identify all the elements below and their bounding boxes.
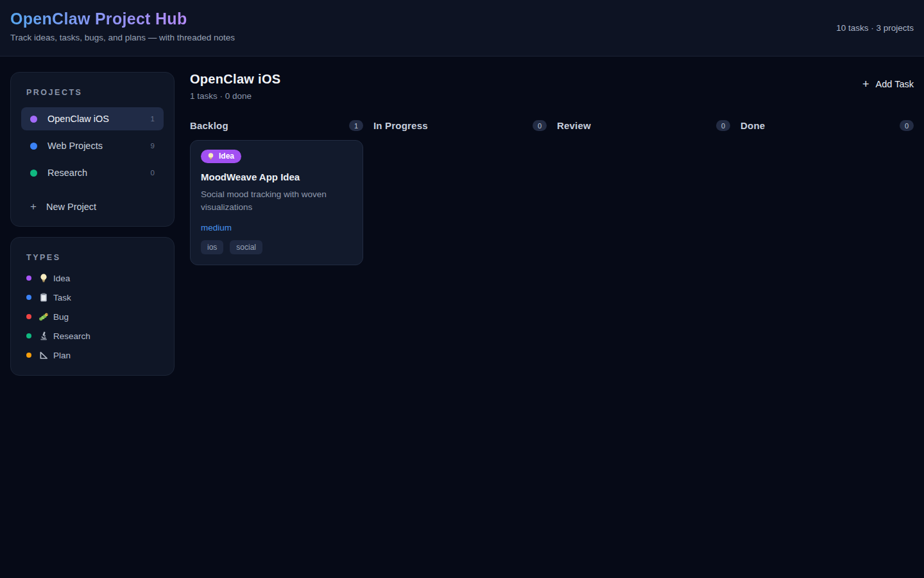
project-count: 1	[151, 115, 155, 123]
board-title: OpenClaw iOS	[190, 72, 280, 87]
sidebar-type-item: Idea	[26, 272, 158, 284]
column-name: In Progress	[373, 120, 428, 131]
task-card[interactable]: Idea MoodWeave App Idea Social mood trac…	[190, 140, 363, 265]
types-panel: TYPES Idea Task Bug Research Plan	[10, 237, 175, 376]
kanban-column: Review 0	[557, 120, 730, 265]
type-label: Plan	[53, 351, 71, 360]
card-type-label: Idea	[219, 152, 234, 161]
sidebar-project-item[interactable]: Research 0	[21, 161, 164, 184]
microscope-icon	[38, 331, 49, 341]
board-main: OpenClaw iOS 1 tasks · 0 done + Add Task…	[190, 72, 914, 265]
projects-panel: PROJECTS OpenClaw iOS 1 Web Projects 9 R…	[10, 72, 175, 227]
type-label: Idea	[53, 274, 70, 283]
sidebar-type-item: Bug	[26, 311, 158, 322]
bug-icon	[38, 311, 49, 322]
type-color-dot	[26, 295, 31, 300]
column-count-badge: 0	[533, 120, 547, 131]
card-tag: ios	[201, 240, 223, 254]
bulb-icon	[207, 152, 215, 161]
sidebar-type-item: Research	[26, 330, 158, 342]
column-name: Backlog	[190, 120, 228, 131]
kanban-column: Done 0	[740, 120, 914, 265]
column-name: Done	[740, 120, 765, 131]
card-description: Social mood tracking with woven visualiz…	[201, 188, 339, 215]
project-name: OpenClaw iOS	[47, 114, 109, 124]
kanban-column: In Progress 0	[373, 120, 547, 265]
column-name: Review	[557, 120, 591, 131]
board-subtitle: 1 tasks · 0 done	[190, 91, 280, 101]
card-priority: medium	[201, 223, 352, 232]
header-stats: 10 tasks · 3 projects	[836, 23, 914, 33]
column-header: Done 0	[740, 120, 914, 131]
column-header: In Progress 0	[373, 120, 547, 131]
card-type-badge: Idea	[201, 150, 241, 163]
project-name: Web Projects	[47, 141, 103, 151]
column-count-badge: 0	[900, 120, 914, 131]
card-tag: social	[230, 240, 262, 254]
type-color-dot	[26, 353, 31, 358]
add-task-label: Add Task	[876, 79, 914, 89]
project-color-dot	[30, 116, 37, 123]
project-count: 9	[151, 142, 155, 150]
type-color-dot	[26, 276, 31, 281]
kanban-board: Backlog 1 Idea MoodWeave App Idea Social…	[190, 120, 914, 265]
plus-icon: +	[862, 78, 869, 90]
content-area: PROJECTS OpenClaw iOS 1 Web Projects 9 R…	[0, 57, 924, 376]
column-count-badge: 0	[716, 120, 730, 131]
ruler-icon	[38, 350, 49, 360]
app-header: OpenClaw Project Hub Track ideas, tasks,…	[0, 0, 924, 57]
column-cards: Idea MoodWeave App Idea Social mood trac…	[190, 140, 363, 265]
type-label: Research	[53, 331, 90, 341]
board-header: OpenClaw iOS 1 tasks · 0 done + Add Task	[190, 72, 914, 101]
type-color-dot	[26, 314, 31, 319]
sidebar-type-item: Plan	[26, 349, 158, 361]
clipboard-icon	[38, 292, 49, 302]
plus-icon: +	[30, 201, 37, 212]
new-project-label: New Project	[46, 202, 96, 212]
board-title-block: OpenClaw iOS 1 tasks · 0 done	[190, 72, 280, 101]
types-heading: TYPES	[26, 253, 158, 262]
app-subtitle: Track ideas, tasks, bugs, and plans — wi…	[10, 33, 914, 42]
sidebar-project-item[interactable]: Web Projects 9	[21, 134, 164, 157]
column-count-badge: 1	[349, 120, 363, 131]
app-title: OpenClaw Project Hub	[10, 10, 187, 28]
add-task-button[interactable]: + Add Task	[862, 78, 914, 90]
type-label: Bug	[53, 312, 69, 322]
project-count: 0	[151, 169, 155, 177]
project-name: Research	[47, 168, 87, 178]
project-list: OpenClaw iOS 1 Web Projects 9 Research 0	[26, 107, 158, 184]
sidebar-type-item: Task	[26, 292, 158, 303]
type-color-dot	[26, 333, 31, 338]
new-project-button[interactable]: + New Project	[26, 201, 96, 212]
card-tags: iossocial	[201, 240, 352, 254]
projects-heading: PROJECTS	[26, 88, 158, 97]
sidebar-project-item[interactable]: OpenClaw iOS 1	[21, 107, 164, 130]
column-header: Backlog 1	[190, 120, 363, 131]
bulb-icon	[38, 273, 49, 283]
kanban-column: Backlog 1 Idea MoodWeave App Idea Social…	[190, 120, 363, 265]
type-list: Idea Task Bug Research Plan	[26, 272, 158, 361]
project-color-dot	[30, 170, 37, 177]
card-title: MoodWeave App Idea	[201, 171, 352, 182]
type-label: Task	[53, 293, 71, 302]
project-color-dot	[30, 143, 37, 150]
column-header: Review 0	[557, 120, 730, 131]
sidebar: PROJECTS OpenClaw iOS 1 Web Projects 9 R…	[10, 72, 175, 376]
